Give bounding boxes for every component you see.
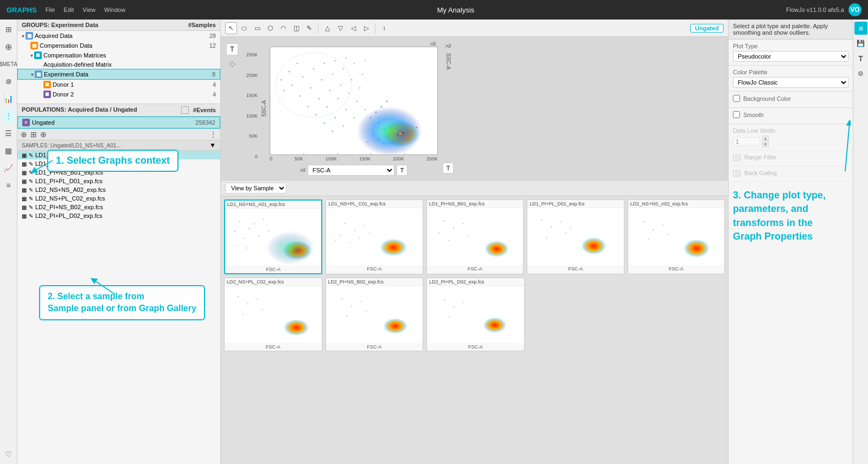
svg-point-22 [340, 85, 342, 86]
right-icon-properties[interactable]: ⊞ [854, 22, 867, 35]
tree-item-exp-data[interactable]: ▾ ▦ Experiment Data 8 [17, 69, 220, 80]
tree-item-acq-matrix[interactable]: Acquisition-defined Matrix [17, 60, 220, 69]
svg-point-10 [335, 60, 336, 62]
gallery-svg-1 [326, 208, 422, 265]
tree-item-acquired-data[interactable]: ▾ ▦ Acquired Data 28 [17, 31, 220, 41]
pop-item-ungated[interactable]: ✕ Ungated 258342 [17, 117, 220, 128]
sample-item-6[interactable]: ▦ ✎ LD2_PI+NS_B02_exp.fcs [17, 203, 220, 211]
gallery-label-4: LD2_NS+NS_A02_exp.fcs [628, 200, 724, 208]
tool-down[interactable]: ▽ [334, 22, 346, 34]
svg-point-32 [346, 109, 347, 111]
pop-checkbox[interactable] [181, 106, 189, 114]
gallery-item-0[interactable]: LD1_NS+NS_A01_exp.fcs [224, 199, 322, 274]
sample-item-5[interactable]: ▦ ✎ LD2_NS+PL_C02_exp.fcs [17, 194, 220, 203]
tool-pen[interactable]: ✎ [303, 22, 315, 34]
tree-item-comp-matrices[interactable]: ▾ ▦ Compensation Matrices [17, 50, 220, 60]
left-icon-scatter[interactable]: ⋮ [1, 108, 16, 124]
right-icon-save[interactable]: 💾 [854, 37, 867, 50]
prop-width-up[interactable]: ▲ [762, 136, 769, 141]
left-icon-panels[interactable]: ⊞ [1, 22, 16, 37]
badge-acquired: ▦ [25, 32, 33, 40]
right-icon-settings[interactable]: ⚙ [854, 67, 867, 80]
gallery-item-4[interactable]: LD2_NS+NS_A02_exp.fcs [628, 199, 725, 274]
tool-quad[interactable]: ◫ [290, 22, 302, 34]
svg-point-82 [340, 235, 341, 236]
graph-diamond-btn[interactable]: ◇ [226, 57, 238, 69]
tool-zoom[interactable]: ↕ [378, 22, 390, 34]
tool-curve[interactable]: ◠ [277, 22, 289, 34]
left-icon-meta[interactable]: $META [1, 56, 16, 72]
pop-icon-ungated: ✕ [22, 119, 30, 126]
menu-file[interactable]: File [46, 7, 55, 13]
svg-point-24 [362, 74, 363, 75]
left-icon-bars[interactable]: 📈 [1, 160, 16, 176]
svg-point-53 [373, 133, 374, 135]
gallery-item-5[interactable]: LD2_NS+PL_C02_exp.fcs [224, 278, 322, 351]
annotation-arrow-3 [818, 74, 851, 182]
tool-rect[interactable]: ▭ [251, 22, 263, 34]
svg-point-96 [541, 220, 542, 221]
gallery-view-select[interactable]: View by Sample [225, 183, 286, 194]
prop-plot-type-select[interactable]: Pseudocolor [733, 51, 848, 62]
x-axis-text-btn[interactable]: T [397, 165, 407, 176]
svg-point-114 [383, 318, 407, 334]
samples-add2-btn[interactable]: ⊞ [30, 130, 37, 139]
gallery-x-1: FSC-A [326, 265, 422, 273]
sample-item-4[interactable]: ▦ ✎ LD2_NS+NS_A02_exp.fcs [17, 185, 220, 194]
y-axis-text-btn[interactable]: T [443, 163, 454, 173]
svg-point-7 [302, 76, 304, 78]
left-icon-layout[interactable]: ☰ [1, 126, 16, 141]
prop-width-down[interactable]: ▼ [762, 141, 769, 147]
menu-window[interactable]: Window [104, 7, 125, 13]
samples-more-btn[interactable]: ⋮ [209, 130, 217, 139]
tool-poly[interactable]: ⬡ [264, 22, 276, 34]
sample-item-3[interactable]: ▦ ✎ LD1_PI+PL_D01_exp.fcs [17, 177, 220, 185]
tool-right[interactable]: ▷ [360, 22, 372, 34]
svg-point-18 [365, 60, 366, 62]
menu-view[interactable]: View [82, 7, 95, 13]
x-axis-select[interactable]: FSC-A [308, 165, 394, 176]
left-icon-stack[interactable]: ≡ [1, 178, 16, 193]
tree-item-donor1[interactable]: ▦ Donor 1 4 [17, 80, 220, 89]
tree-item-comp-data[interactable]: ▦ Compensation Data 12 [17, 41, 220, 50]
sample-selector-arrow[interactable]: ▼ [209, 141, 216, 149]
tool-ellipse[interactable]: ⬭ [238, 22, 250, 34]
tool-select[interactable]: ↖ [225, 22, 237, 34]
sep1 [318, 23, 318, 34]
prop-smooth-checkbox[interactable] [733, 111, 740, 118]
gallery-item-3[interactable]: LD1_PI+PL_D01_exp.fcs [527, 199, 624, 274]
tool-up[interactable]: △ [321, 22, 333, 34]
svg-line-1 [93, 280, 115, 294]
sample-icon-3: ▦ [22, 178, 27, 184]
samples-add-btn[interactable]: ⊕ [21, 130, 27, 139]
samples-connect-btn[interactable]: ⊕ [40, 130, 47, 139]
sample-item-7[interactable]: ▦ ✎ LD2_PI+PL_D02_exp.fcs [17, 211, 220, 220]
left-icon-graph[interactable]: 📊 [1, 91, 16, 106]
svg-point-34 [332, 131, 334, 132]
left-icon-table[interactable]: ▦ [1, 143, 16, 158]
svg-point-45 [399, 133, 401, 135]
x-axis-controls: All FSC-A T [300, 165, 407, 176]
svg-point-120 [483, 317, 507, 333]
tool-left[interactable]: ◁ [347, 22, 359, 34]
svg-point-92 [462, 223, 463, 224]
svg-point-21 [329, 90, 331, 92]
gallery-x-5: FSC-A [225, 343, 322, 351]
gallery-item-1[interactable]: LD1_NS+PL_C01_exp.fcs [326, 199, 423, 274]
annotation-arrow-2 [88, 275, 120, 297]
left-icon-filter[interactable]: ⊗ [1, 74, 16, 89]
graph-text-btn[interactable]: T [226, 43, 238, 55]
left-icon-add[interactable]: ⊕ [1, 39, 16, 54]
left-icon-heart[interactable]: ♡ [1, 447, 16, 462]
right-icon-text[interactable]: T [854, 52, 867, 65]
gallery-item-6[interactable]: LD2_PI+NS_B02_exp.fcs [326, 278, 424, 351]
gallery-x-6: FSC-A [326, 343, 423, 351]
prop-bg-color-checkbox[interactable] [733, 95, 740, 102]
prop-data-line-width-input[interactable] [733, 137, 760, 146]
gallery-item-2[interactable]: LD1_PI+NS_B01_exp.fcs [426, 199, 524, 274]
menu-edit[interactable]: Edit [63, 7, 74, 13]
gallery-item-7[interactable]: LD2_PI+PL_D02_exp.fcs FSC-A [426, 278, 525, 351]
gallery-plot-3 [527, 208, 623, 265]
y-axis-labels: 250K 200K 150K 100K 50K 0 [241, 41, 258, 176]
tree-item-donor2[interactable]: ▦ Donor 2 4 [17, 89, 220, 99]
